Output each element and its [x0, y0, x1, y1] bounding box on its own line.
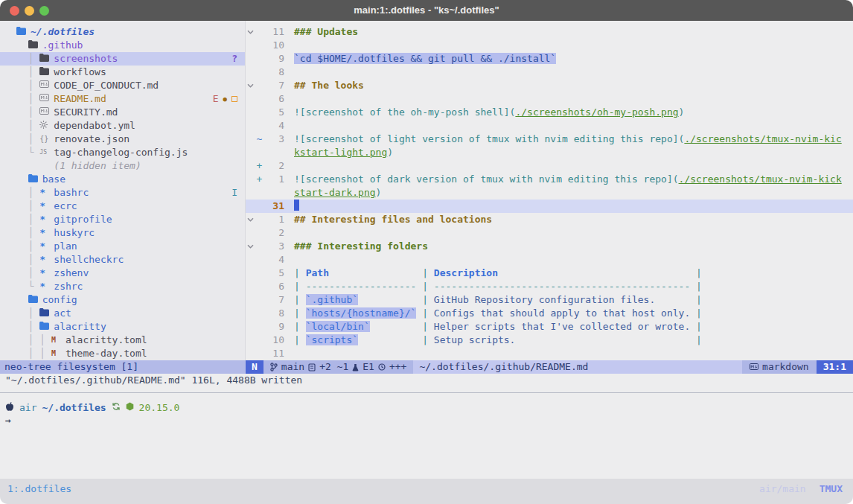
fold-chevron-icon	[246, 267, 255, 280]
fold-chevron-icon	[246, 200, 255, 213]
line-number: 5	[263, 106, 284, 119]
line-number: 2	[263, 159, 284, 173]
fold-chevron-icon[interactable]	[246, 25, 255, 39]
line-number: 7	[263, 79, 284, 92]
tree-item-label: huskyrc	[54, 226, 95, 240]
indent-guide: │	[16, 267, 39, 280]
tree-item[interactable]: │ CODE_OF_CONDUCT.md	[0, 79, 245, 92]
tree-item-label: SECURITY.md	[54, 106, 118, 119]
editor-line[interactable]: 5| Path | Description |	[246, 267, 853, 280]
git-sign	[255, 226, 263, 240]
editor-line[interactable]: 11### Updates	[246, 25, 853, 39]
line-number: 11	[263, 347, 284, 360]
tree-item[interactable]: │ act	[0, 307, 245, 320]
fold-chevron-icon[interactable]	[246, 79, 255, 92]
editor-line[interactable]: 9| `local/bin` | Helper scripts that I'v…	[246, 320, 853, 334]
tree-item[interactable]: │ alacritty	[0, 320, 245, 334]
tree-item[interactable]: └ *zshrc	[0, 280, 245, 293]
tree-item[interactable]: │ workflows	[0, 66, 245, 79]
tree-item-label: base	[42, 173, 66, 186]
prompt-cwd: ~/.dotfiles	[42, 402, 106, 413]
tree-item[interactable]: │ │ Malacritty.toml	[0, 334, 245, 347]
tree-item[interactable]: │ *ecrc	[0, 200, 245, 213]
tree-item[interactable]: ~/.dotfiles	[0, 25, 245, 39]
status-badge: I	[231, 186, 237, 200]
fold-chevron-icon	[246, 146, 255, 159]
editor-gutter: 7	[246, 293, 287, 307]
editor-gutter: 8	[246, 66, 287, 79]
git-sign	[255, 200, 263, 213]
prompt-arrow[interactable]: →	[0, 414, 11, 427]
tree-item-label: ecrc	[54, 200, 77, 213]
editor-pane[interactable]: 11### Updates109`cd $HOME/.dotfiles && g…	[246, 21, 853, 360]
git-sign	[255, 52, 263, 66]
markdown-file-icon	[39, 92, 49, 106]
editor-line[interactable]: kstart-light.png)	[246, 146, 853, 159]
tree-item[interactable]: │ *shellcheckrc	[0, 253, 245, 267]
editor-line[interactable]: 3### Interesting folders	[246, 240, 853, 253]
editor-line[interactable]: start-dark.png)	[246, 186, 853, 200]
editor-line[interactable]: 2	[246, 226, 853, 240]
tree-item[interactable]: (1 hidden item)	[0, 159, 245, 173]
text-cursor	[294, 200, 299, 211]
file-tree: ~/.dotfiles .github │ screenshots? │ wor…	[0, 21, 245, 360]
tree-item[interactable]: config	[0, 293, 245, 307]
editor-line[interactable]: 8| `hosts/{hostname}/` | Configs that sh…	[246, 307, 853, 320]
editor-line[interactable]: 5![screenshot of the oh-my-posh shell](.…	[246, 106, 853, 119]
statusline-extra: +++	[389, 360, 406, 374]
apple-icon	[5, 401, 14, 414]
tree-item[interactable]: │ screenshots?	[0, 52, 245, 66]
editor-line[interactable]: 9`cd $HOME/.dotfiles && git pull && ./in…	[246, 52, 853, 66]
editor-line[interactable]: 1## Interesting files and locations	[246, 213, 853, 226]
line-number: 6	[263, 280, 284, 293]
tree-item[interactable]: │ *plan	[0, 240, 245, 253]
fold-chevron-icon[interactable]	[246, 240, 255, 253]
git-sign	[255, 293, 263, 307]
editor-line[interactable]: 6	[246, 92, 853, 106]
tree-item[interactable]: │ SECURITY.md	[0, 106, 245, 119]
tree-item[interactable]: │ *huskyrc	[0, 226, 245, 240]
fold-chevron-icon	[246, 253, 255, 267]
tree-item[interactable]: base	[0, 173, 245, 186]
tree-item[interactable]: │ *bashrcI	[0, 186, 245, 200]
git-sign	[255, 186, 263, 200]
line-content: | `hosts/{hostname}/` | Configs that sho…	[287, 307, 853, 320]
line-number: 1	[263, 173, 284, 186]
editor-line[interactable]: 4	[246, 253, 853, 267]
editor-line[interactable]: 10| `scripts` | Setup scripts. |	[246, 334, 853, 347]
tree-item[interactable]: │ *zshenv	[0, 267, 245, 280]
tree-item[interactable]: │ │ Mtheme-day.toml	[0, 347, 245, 360]
editor-line[interactable]: 4	[246, 119, 853, 133]
pane-divider[interactable]	[0, 392, 853, 393]
editor-line[interactable]: 31	[246, 200, 853, 213]
editor-line[interactable]: +2	[246, 159, 853, 173]
editor-line[interactable]: 6| ------------------- | ---------------…	[246, 280, 853, 293]
fold-chevron-icon[interactable]	[246, 213, 255, 226]
editor-line[interactable]: 7| `.github` | GitHub Repository configu…	[246, 293, 853, 307]
editor-line[interactable]: 11	[246, 347, 853, 360]
editor-line[interactable]: 8	[246, 66, 853, 79]
indent-guide: │	[16, 213, 39, 226]
editor-line[interactable]: 10	[246, 39, 853, 52]
fold-chevron-icon	[246, 92, 255, 106]
tree-item[interactable]: │ *gitprofile	[0, 213, 245, 226]
fold-chevron-icon	[246, 186, 255, 200]
git-sign: +	[255, 159, 263, 173]
tree-item[interactable]: │ README.mdE●	[0, 92, 245, 106]
tree-item-label: bashrc	[54, 186, 89, 200]
editor-line[interactable]: +1![screenshot of dark version of tmux w…	[246, 173, 853, 186]
editor-gutter: 4	[246, 253, 287, 267]
line-number	[263, 146, 284, 159]
git-sign	[255, 146, 263, 159]
tree-item[interactable]: │ dependabot.yml	[0, 119, 245, 133]
editor-gutter	[246, 146, 287, 159]
line-content	[287, 119, 853, 133]
tree-item[interactable]: └ JStag-changelog-config.js	[0, 146, 245, 159]
editor-line[interactable]: 7## The looks	[246, 79, 853, 92]
tmux-window-name[interactable]: 1:.dotfiles	[7, 483, 71, 494]
fold-chevron-icon	[246, 173, 255, 186]
editor-line[interactable]: ~3![screenshot of light version of tmux …	[246, 133, 853, 146]
line-number: 4	[263, 253, 284, 267]
tree-item[interactable]: │ {}renovate.json	[0, 133, 245, 146]
tree-item[interactable]: .github	[0, 39, 245, 52]
